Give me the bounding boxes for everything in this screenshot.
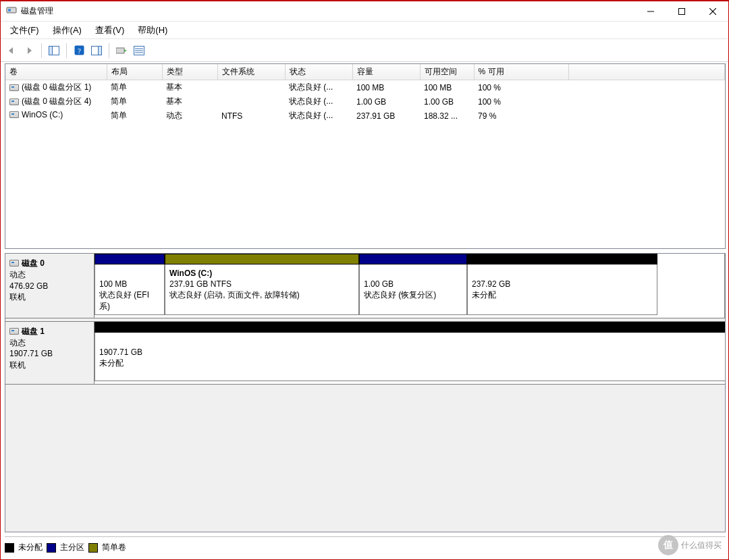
svg-rect-11 xyxy=(99,46,102,55)
disk-partitions: 100 MB状态良好 (EFI 系)WinOS (C:)237.91 GB NT… xyxy=(94,254,724,318)
cell-capacity: 237.91 GB xyxy=(352,109,420,123)
partition[interactable]: 237.92 GB未分配 xyxy=(467,254,657,315)
partition-stripe xyxy=(94,322,726,333)
disk-row[interactable]: 磁盘 1动态1907.71 GB联机 1907.71 GB未分配 xyxy=(5,321,725,385)
cell-type: 基本 xyxy=(162,80,217,95)
disk-header[interactable]: 磁盘 1动态1907.71 GB联机 xyxy=(5,322,94,384)
cell-free: 1.00 GB xyxy=(420,94,474,109)
col-status[interactable]: 状态 xyxy=(285,64,352,80)
svg-rect-7 xyxy=(49,46,53,55)
table-row[interactable]: (磁盘 0 磁盘分区 1)简单基本状态良好 (...100 MB100 MB10… xyxy=(5,80,725,95)
col-volume[interactable]: 卷 xyxy=(5,64,107,80)
legend-swatch-unallocated xyxy=(5,543,14,553)
volume-list[interactable]: 卷 布局 类型 文件系统 状态 容量 可用空间 % 可用 (磁盘 0 磁盘分区 … xyxy=(5,63,726,249)
cell-status: 状态良好 (... xyxy=(285,109,352,123)
watermark-text: 什么值得买 xyxy=(681,540,722,551)
cell-status: 状态良好 (... xyxy=(285,94,352,109)
cell-layout: 简单 xyxy=(107,109,162,123)
toolbar-separator xyxy=(66,43,67,58)
menubar: 文件(F) 操作(A) 查看(V) 帮助(H) xyxy=(1,22,728,39)
legend-swatch-simple xyxy=(88,543,98,553)
col-capacity[interactable]: 容量 xyxy=(352,64,420,80)
disk-partitions: 1907.71 GB未分配 xyxy=(94,322,726,384)
toolbar-separator xyxy=(109,43,109,58)
cell-volume: WinOS (C:) xyxy=(5,109,107,121)
back-button[interactable] xyxy=(3,43,20,59)
legend-label-unallocated: 未分配 xyxy=(18,542,43,553)
partition[interactable]: WinOS (C:)237.91 GB NTFS状态良好 (启动, 页面文件, … xyxy=(165,254,359,315)
disk-map[interactable]: 磁盘 0动态476.92 GB联机 100 MB状态良好 (EFI 系)WinO… xyxy=(5,253,726,532)
menu-file[interactable]: 文件(F) xyxy=(3,22,46,38)
col-spacer xyxy=(568,64,725,80)
svg-rect-12 xyxy=(116,48,124,53)
partition-stripe xyxy=(165,254,359,264)
cell-type: 动态 xyxy=(162,109,217,123)
legend-label-simple: 简单卷 xyxy=(102,542,126,553)
cell-capacity: 100 MB xyxy=(352,80,420,95)
drive-icon xyxy=(9,111,19,118)
watermark: 值 什么值得买 xyxy=(658,535,722,555)
minimize-button[interactable] xyxy=(635,1,666,22)
cell-layout: 简单 xyxy=(107,80,162,95)
disk-header[interactable]: 磁盘 0动态476.92 GB联机 xyxy=(5,254,94,318)
list-view-button[interactable] xyxy=(131,43,147,59)
cell-fs xyxy=(217,94,285,109)
partition-stripe xyxy=(94,254,165,264)
cell-fs xyxy=(217,80,285,95)
show-console-tree-button[interactable] xyxy=(46,43,62,59)
cell-free: 188.32 ... xyxy=(420,109,474,123)
help-button[interactable]: ? xyxy=(71,43,87,59)
legend: 未分配 主分区 简单卷 xyxy=(5,536,726,555)
cell-volume: (磁盘 0 磁盘分区 4) xyxy=(5,94,107,109)
drive-icon xyxy=(9,84,19,91)
cell-percent: 100 % xyxy=(474,80,568,95)
col-layout[interactable]: 布局 xyxy=(107,64,162,80)
partition[interactable]: 1.00 GB状态良好 (恢复分区) xyxy=(359,254,467,315)
window-controls xyxy=(635,1,728,22)
toolbar: ? xyxy=(1,39,728,62)
svg-text:?: ? xyxy=(78,47,81,55)
cell-capacity: 1.00 GB xyxy=(352,94,420,109)
table-row[interactable]: WinOS (C:)简单动态NTFS状态良好 (...237.91 GB188.… xyxy=(5,109,725,123)
toolbar-separator xyxy=(41,43,42,58)
partition[interactable]: 100 MB状态良好 (EFI 系) xyxy=(94,254,165,315)
app-icon xyxy=(6,5,17,18)
action-button[interactable] xyxy=(113,43,130,59)
close-button[interactable] xyxy=(697,1,728,22)
column-headers[interactable]: 卷 布局 类型 文件系统 状态 容量 可用空间 % 可用 xyxy=(5,64,725,80)
svg-rect-1 xyxy=(8,9,11,11)
cell-free: 100 MB xyxy=(420,80,474,95)
partition[interactable]: 1907.71 GB未分配 xyxy=(94,322,726,381)
col-percent[interactable]: % 可用 xyxy=(474,64,568,80)
disk-icon xyxy=(9,260,19,267)
col-free[interactable]: 可用空间 xyxy=(420,64,474,80)
partition-stripe xyxy=(359,254,467,264)
titlebar: 磁盘管理 xyxy=(1,1,728,22)
legend-swatch-primary xyxy=(47,543,56,553)
col-fs[interactable]: 文件系统 xyxy=(217,64,285,80)
cell-type: 基本 xyxy=(162,94,217,109)
partition-stripe xyxy=(467,254,657,264)
disk-icon xyxy=(9,328,19,335)
disk-row[interactable]: 磁盘 0动态476.92 GB联机 100 MB状态良好 (EFI 系)WinO… xyxy=(5,253,725,318)
svg-rect-3 xyxy=(679,8,685,14)
table-row[interactable]: (磁盘 0 磁盘分区 4)简单基本状态良好 (...1.00 GB1.00 GB… xyxy=(5,94,725,109)
col-type[interactable]: 类型 xyxy=(162,64,217,80)
cell-fs: NTFS xyxy=(217,109,285,123)
watermark-icon: 值 xyxy=(658,535,678,555)
menu-help[interactable]: 帮助(H) xyxy=(131,22,174,38)
detail-pane-button[interactable] xyxy=(88,43,105,59)
drive-icon xyxy=(9,99,19,105)
cell-percent: 79 % xyxy=(474,109,568,123)
window-title: 磁盘管理 xyxy=(21,5,635,17)
cell-status: 状态良好 (... xyxy=(285,80,352,95)
legend-label-primary: 主分区 xyxy=(60,542,84,553)
menu-action[interactable]: 操作(A) xyxy=(46,22,88,38)
menu-view[interactable]: 查看(V) xyxy=(88,22,131,38)
forward-button[interactable] xyxy=(21,43,37,59)
cell-volume: (磁盘 0 磁盘分区 1) xyxy=(5,80,107,94)
cell-layout: 简单 xyxy=(107,94,162,109)
maximize-button[interactable] xyxy=(666,1,697,22)
cell-percent: 100 % xyxy=(474,94,568,109)
